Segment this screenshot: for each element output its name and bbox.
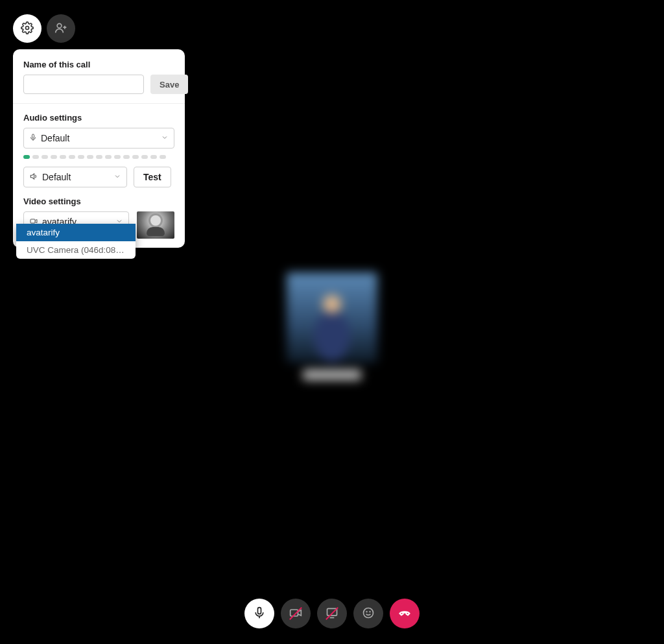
participant-avatar (287, 272, 377, 363)
svg-rect-6 (327, 608, 337, 615)
camera-button[interactable] (281, 599, 311, 628)
svg-point-0 (26, 26, 29, 29)
hangup-button[interactable] (390, 599, 420, 628)
video-option-uvc-camera[interactable]: UVC Camera (046d:0825) (… (16, 241, 136, 259)
camera-off-icon (289, 606, 302, 621)
mute-button[interactable] (244, 599, 274, 628)
divider (13, 103, 185, 104)
chevron-down-icon (161, 133, 169, 143)
settings-button[interactable] (13, 14, 42, 43)
svg-rect-5 (290, 610, 298, 616)
phone-hangup-icon (398, 606, 411, 621)
smile-icon (362, 606, 375, 621)
video-settings-label: Video settings (23, 197, 174, 206)
svg-rect-4 (258, 607, 261, 614)
call-settings-popover: Name of this call Save Audio settings De… (13, 49, 185, 248)
video-option-avatarify[interactable]: avatarify (16, 224, 136, 241)
svg-rect-2 (32, 134, 34, 138)
microphone-icon (29, 133, 37, 144)
svg-point-8 (366, 611, 367, 612)
speaker-icon (29, 172, 38, 183)
video-input-dropdown: avatarify UVC Camera (046d:0825) (… (16, 224, 136, 259)
save-button[interactable]: Save (150, 75, 188, 94)
add-people-button[interactable] (47, 14, 75, 43)
participant-tile (283, 272, 381, 383)
audio-output-value: Default (42, 172, 71, 182)
chevron-down-icon (113, 172, 121, 182)
audio-input-select[interactable]: Default (23, 128, 174, 149)
call-controls (244, 599, 420, 628)
test-audio-button[interactable]: Test (134, 167, 171, 187)
svg-point-1 (57, 23, 62, 28)
svg-rect-3 (30, 219, 35, 223)
screen-share-off-icon (326, 606, 338, 621)
audio-level-meter (23, 155, 174, 159)
gear-icon (21, 21, 34, 36)
svg-point-9 (370, 611, 370, 612)
video-preview-thumbnail (137, 211, 174, 239)
call-name-label: Name of this call (23, 60, 174, 69)
add-person-icon (54, 21, 67, 36)
audio-output-select[interactable]: Default (23, 167, 127, 187)
svg-point-7 (364, 608, 374, 617)
audio-input-value: Default (41, 133, 69, 143)
share-screen-button[interactable] (317, 599, 347, 628)
call-name-input[interactable] (23, 75, 144, 94)
audio-settings-label: Audio settings (23, 113, 174, 123)
participant-name (303, 370, 361, 380)
microphone-icon (253, 606, 266, 621)
reactions-button[interactable] (353, 599, 383, 628)
